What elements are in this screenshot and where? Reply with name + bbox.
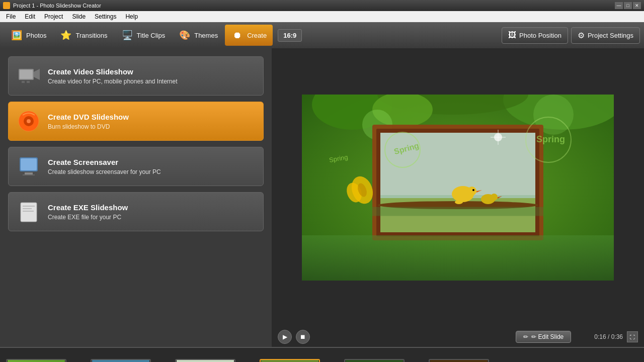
titlebar-controls: — □ ✕ bbox=[615, 2, 641, 9]
playback-row: ▶ ⏹ ✏ ✏ Edit Slide 0:16 / 0:36 ⛶ bbox=[278, 330, 638, 344]
titlebar-left: Project 1 - Photo Slideshow Creator bbox=[3, 2, 101, 9]
svg-rect-91 bbox=[430, 360, 488, 363]
app-title: Project 1 - Photo Slideshow Creator bbox=[13, 3, 101, 9]
preview-canvas: Spring Spring Spring Spring Spring bbox=[302, 95, 614, 281]
create-icon: ⏺ bbox=[231, 29, 244, 42]
screensaver-card-text: Create Screensaver Create slideshow scre… bbox=[48, 158, 161, 175]
menu-file[interactable]: File bbox=[2, 12, 20, 21]
exe-card-title: Create EXE Slideshow bbox=[48, 203, 128, 212]
main-area: Create Video Slideshow Create video for … bbox=[0, 48, 644, 347]
toolbar-transitions[interactable]: ⭐ Transitions bbox=[53, 25, 113, 46]
svg-rect-3 bbox=[22, 81, 25, 83]
toolbar-themes[interactable]: 🎨 Themes bbox=[172, 25, 224, 46]
dvd-card-text: Create DVD Slideshow Burn slideshow to D… bbox=[48, 113, 129, 130]
photos-icon: 🖼️ bbox=[10, 29, 23, 42]
svg-rect-15 bbox=[23, 206, 35, 207]
svg-point-32 bbox=[467, 187, 476, 196]
svg-point-7 bbox=[27, 119, 31, 123]
filmstrip-item-3[interactable]: 3 ★ T 5.0 bbox=[175, 359, 235, 363]
svg-rect-1 bbox=[20, 70, 33, 79]
app-icon bbox=[3, 2, 10, 9]
svg-rect-43 bbox=[372, 207, 543, 216]
svg-rect-54 bbox=[8, 360, 65, 363]
dvd-card-title: Create DVD Slideshow bbox=[48, 113, 129, 121]
filmstrip-item-2[interactable]: 2 ★ T 3.0 bbox=[91, 359, 151, 363]
menu-settings[interactable]: Settings bbox=[91, 12, 120, 21]
maximize-button[interactable]: □ bbox=[624, 2, 632, 9]
filmstrip-item-6[interactable]: 6 ★ T bbox=[429, 359, 489, 363]
menu-slide[interactable]: Slide bbox=[68, 12, 90, 21]
aspect-ratio-badge: 16:9 bbox=[278, 29, 302, 42]
photo-position-button[interactable]: 🖼 Photo Position bbox=[502, 27, 568, 44]
screensaver-icon bbox=[17, 154, 41, 178]
photo-position-label: Photo Position bbox=[519, 32, 561, 39]
toolbar-titleclips[interactable]: 🖥️ Title Clips bbox=[115, 25, 172, 46]
svg-point-34 bbox=[472, 189, 474, 191]
screensaver-card-desc: Create slideshow screensaver for your PC bbox=[48, 168, 161, 175]
screensaver-card-title: Create Screensaver bbox=[48, 158, 161, 166]
preview-area: Spring Spring Spring Spring Spring bbox=[272, 48, 644, 327]
exe-slideshow-icon bbox=[17, 200, 41, 224]
svg-rect-62 bbox=[92, 360, 149, 363]
toolbar-create[interactable]: ⏺ Create bbox=[225, 25, 273, 46]
svg-rect-11 bbox=[25, 172, 33, 174]
transitions-label: Transitions bbox=[75, 32, 107, 39]
minimize-button[interactable]: — bbox=[615, 2, 623, 9]
svg-rect-12 bbox=[23, 174, 35, 175]
photo-position-icon: 🖼 bbox=[508, 31, 516, 40]
toolbar-photos[interactable]: 🖼️ Photos bbox=[4, 25, 52, 46]
exe-card-desc: Create EXE file for your PC bbox=[48, 214, 128, 221]
svg-point-35 bbox=[455, 200, 463, 204]
create-dvd-card[interactable]: Create DVD Slideshow Burn slideshow to D… bbox=[8, 102, 264, 141]
themes-label: Themes bbox=[194, 32, 218, 39]
themes-icon: 🎨 bbox=[178, 29, 191, 42]
filmstrip-item-5[interactable]: 5 ★ T 3.0 bbox=[344, 359, 405, 363]
project-settings-button[interactable]: ⚙ Project Settings bbox=[571, 27, 640, 44]
svg-rect-4 bbox=[27, 81, 30, 83]
video-card-text: Create Video Slideshow Create video for … bbox=[48, 67, 177, 85]
edit-slide-label: ✏ Edit Slide bbox=[531, 333, 564, 340]
project-settings-icon: ⚙ bbox=[578, 31, 585, 40]
create-label: Create bbox=[247, 32, 267, 39]
menu-help[interactable]: Help bbox=[121, 12, 142, 21]
filmstrip-item-1[interactable]: Spring 1 ★ T 3.0 bbox=[6, 359, 66, 363]
edit-slide-button[interactable]: ✏ ✏ Edit Slide bbox=[516, 331, 571, 343]
menubar: File Edit Project Slide Settings Help bbox=[0, 11, 644, 22]
titlebar: Project 1 - Photo Slideshow Creator — □ … bbox=[0, 0, 644, 11]
svg-rect-68 bbox=[177, 360, 234, 363]
svg-point-37 bbox=[491, 194, 498, 201]
left-panel: Create Video Slideshow Create video for … bbox=[0, 48, 272, 347]
svg-text:Spring: Spring bbox=[536, 134, 565, 144]
svg-rect-16 bbox=[23, 208, 32, 209]
filmstrip-area: ‹ Spring 1 ★ T 3.0 bbox=[0, 347, 644, 362]
exe-card-text: Create EXE Slideshow Create EXE file for… bbox=[48, 203, 128, 221]
transitions-icon: ⭐ bbox=[59, 29, 72, 42]
titleclips-icon: 🖥️ bbox=[121, 29, 134, 42]
svg-rect-10 bbox=[21, 158, 37, 170]
svg-rect-17 bbox=[23, 211, 34, 212]
svg-rect-42 bbox=[302, 235, 614, 281]
video-slideshow-icon bbox=[17, 64, 41, 88]
project-settings-label: Project Settings bbox=[588, 32, 633, 39]
video-card-title: Create Video Slideshow bbox=[48, 67, 177, 76]
stop-button[interactable]: ⏹ bbox=[296, 330, 310, 344]
fullscreen-button[interactable]: ⛶ bbox=[627, 331, 638, 342]
create-video-card[interactable]: Create Video Slideshow Create video for … bbox=[8, 56, 264, 96]
svg-rect-13 bbox=[21, 203, 37, 222]
create-screensaver-card[interactable]: Create Screensaver Create slideshow scre… bbox=[8, 147, 264, 186]
filmstrip-item-4[interactable]: 4 ★ T 3.0 bbox=[260, 359, 320, 363]
time-display: 0:16 / 0:36 bbox=[594, 333, 623, 340]
right-panel: Spring Spring Spring Spring Spring ▶ ⏹ ✏ bbox=[272, 48, 644, 347]
right-toolbar: 🖼 Photo Position ⚙ Project Settings bbox=[502, 27, 640, 44]
svg-marker-2 bbox=[34, 69, 40, 80]
playback-controls: ▶ ⏹ ✏ ✏ Edit Slide 0:16 / 0:36 ⛶ bbox=[272, 327, 644, 347]
play-button[interactable]: ▶ bbox=[278, 330, 292, 344]
photos-label: Photos bbox=[26, 32, 46, 39]
dvd-card-desc: Burn slideshow to DVD bbox=[48, 123, 129, 130]
menu-project[interactable]: Project bbox=[40, 12, 67, 21]
create-exe-card[interactable]: Create EXE Slideshow Create EXE file for… bbox=[8, 192, 264, 231]
menu-edit[interactable]: Edit bbox=[21, 12, 39, 21]
close-button[interactable]: ✕ bbox=[633, 2, 641, 9]
svg-rect-85 bbox=[346, 360, 403, 363]
pencil-icon: ✏ bbox=[523, 333, 528, 340]
